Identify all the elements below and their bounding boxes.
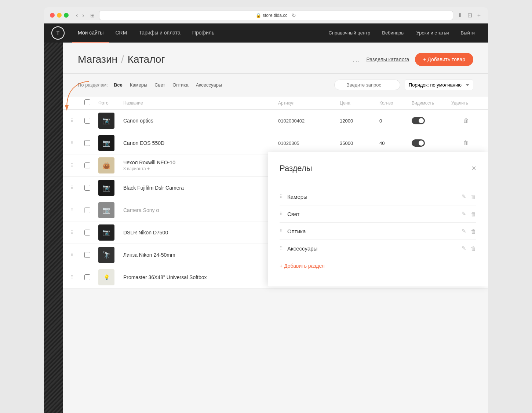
logo-area: T	[51, 26, 65, 40]
page-header: Магазин / Каталог ... Разделы каталога +…	[63, 43, 488, 74]
breadcrumb: Магазин / Каталог	[78, 54, 165, 65]
address-bar[interactable]: 🔒 store.tilda.cc ↻	[99, 11, 453, 20]
row-checkbox[interactable]	[84, 207, 90, 213]
col-sku: Артикул	[278, 100, 337, 106]
section-drag-handle[interactable]: ⠿	[280, 194, 283, 199]
section-delete-button[interactable]: 🗑	[471, 193, 476, 200]
modal-close-button[interactable]: ×	[471, 164, 476, 172]
filter-tab-cameras[interactable]: Камеры	[127, 81, 150, 89]
visibility-toggle[interactable]	[412, 117, 425, 124]
visibility-toggle-cell	[412, 117, 448, 124]
section-edit-button[interactable]: ✎	[462, 228, 466, 234]
reader-view-button[interactable]: ⊞	[89, 12, 96, 19]
row-checkbox[interactable]	[84, 252, 90, 258]
product-name: Линза Nikon 24-50mm	[123, 252, 275, 258]
nav-help[interactable]: Справочный центр	[323, 23, 376, 43]
nav-my-sites[interactable]: Мои сайты	[72, 23, 109, 43]
section-item-light: ⠿ Свет ✎ 🗑	[280, 205, 476, 223]
row-checkbox[interactable]	[84, 118, 90, 124]
more-options-button[interactable]: ...	[353, 56, 360, 63]
close-button[interactable]	[50, 13, 55, 18]
catalog-sections-button[interactable]: Разделы каталога	[366, 56, 409, 62]
search-input[interactable]	[334, 80, 400, 90]
add-tab-button[interactable]: +	[476, 11, 482, 19]
drag-handle[interactable]: ⠿	[70, 275, 81, 280]
section-edit-button[interactable]: ✎	[462, 245, 466, 252]
drag-handle[interactable]: ⠿	[70, 163, 81, 168]
product-qty: 40	[379, 140, 409, 146]
modal-panel: Разделы × ⠿ Камеры ✎ 🗑	[268, 152, 488, 286]
section-delete-button[interactable]: 🗑	[471, 245, 476, 252]
add-product-button[interactable]: + Добавить товар	[415, 53, 473, 66]
col-checkbox-header	[84, 99, 95, 106]
delete-button[interactable]: 🗑	[451, 117, 481, 124]
nav-profile[interactable]: Профиль	[186, 23, 220, 43]
product-name: Чехол Roxwill NEO-10	[123, 160, 275, 165]
traffic-lights	[50, 13, 69, 18]
col-price: Цена	[340, 100, 376, 106]
section-edit-button[interactable]: ✎	[462, 211, 466, 217]
section-name: Оптика	[287, 228, 457, 234]
product-name: DSLR Nikon D7500	[123, 230, 275, 235]
minimize-button[interactable]	[57, 13, 62, 18]
product-sku: 0102030402	[278, 118, 337, 124]
product-info: Чехол Roxwill NEO-10 3 варианта +	[123, 160, 275, 171]
drag-handle[interactable]: ⠿	[70, 208, 81, 213]
row-checkbox[interactable]	[84, 274, 90, 280]
new-tab-button[interactable]: ⊡	[466, 11, 474, 19]
filter-right: 🔍 Порядок: по умолчанию По цене (возр.) …	[334, 80, 473, 90]
filter-tab-accessories[interactable]: Аксессуары	[193, 81, 225, 89]
back-button[interactable]: ‹	[74, 11, 79, 19]
maximize-button[interactable]	[64, 13, 69, 18]
section-actions: ✎ 🗑	[462, 211, 476, 217]
nav-logout[interactable]: Выйти	[455, 23, 481, 43]
visibility-toggle-cell	[412, 139, 448, 147]
nav-tutorials[interactable]: Уроки и статьи	[411, 23, 455, 43]
sort-select[interactable]: Порядок: по умолчанию По цене (возр.) По…	[405, 80, 473, 90]
filter-tab-light[interactable]: Свет	[152, 81, 168, 89]
product-name: Camera Sony α	[123, 207, 275, 213]
logo-icon: T	[51, 26, 65, 40]
filter-tab-all[interactable]: Все	[111, 81, 125, 89]
section-item-optics: ⠿ Оптика ✎ 🗑	[280, 223, 476, 240]
share-button[interactable]: ⬆	[456, 11, 464, 19]
section-drag-handle[interactable]: ⠿	[280, 246, 283, 251]
drag-handle[interactable]: ⠿	[70, 140, 81, 146]
drag-handle[interactable]: ⠿	[70, 185, 81, 190]
row-checkbox[interactable]	[84, 162, 90, 168]
product-thumbnail: 📷	[98, 202, 114, 218]
section-edit-button[interactable]: ✎	[462, 193, 466, 200]
drag-handle[interactable]: ⠿	[70, 230, 81, 235]
modal-content: ⠿ Камеры ✎ 🗑 ⠿ Свет ✎ 🗑	[280, 188, 476, 275]
delete-button[interactable]: 🗑	[451, 140, 481, 146]
modal-title: Разделы	[280, 164, 312, 173]
product-info: Promaster 36X48" Universal Softbox	[123, 274, 275, 280]
modal-header: Разделы ×	[280, 164, 476, 173]
row-checkbox[interactable]	[84, 140, 90, 146]
product-thumbnail: 📷	[98, 113, 114, 129]
section-delete-button[interactable]: 🗑	[471, 211, 476, 217]
row-checkbox[interactable]	[84, 230, 90, 235]
forward-button[interactable]: ›	[81, 11, 85, 19]
nav-crm[interactable]: CRM	[109, 23, 133, 43]
modal-divider	[268, 182, 488, 182]
section-delete-button[interactable]: 🗑	[471, 228, 476, 234]
section-name: Аксессуары	[287, 245, 457, 252]
section-name: Свет	[287, 211, 457, 217]
select-all-checkbox[interactable]	[84, 99, 90, 105]
reload-button[interactable]: ↻	[292, 12, 296, 18]
drag-handle[interactable]: ⠿	[70, 118, 81, 123]
nav-tariffs[interactable]: Тарифы и оплата	[133, 23, 186, 43]
section-drag-handle[interactable]: ⠿	[280, 229, 283, 234]
section-name: Камеры	[287, 194, 457, 200]
visibility-toggle[interactable]	[412, 139, 425, 147]
section-drag-handle[interactable]: ⠿	[280, 211, 283, 216]
product-info: Black Fujifilm Dslr Camera	[123, 185, 275, 191]
add-section-button[interactable]: + Добавить раздел	[280, 257, 325, 275]
row-checkbox[interactable]	[84, 185, 90, 191]
drag-handle[interactable]: ⠿	[70, 252, 81, 257]
nav-right: Справочный центр Вебинары Уроки и статьи…	[323, 23, 481, 43]
nav-webinars[interactable]: Вебинары	[376, 23, 410, 43]
filter-tab-optics[interactable]: Оптика	[170, 81, 192, 89]
section-item-accessories: ⠿ Аксессуары ✎ 🗑	[280, 240, 476, 257]
